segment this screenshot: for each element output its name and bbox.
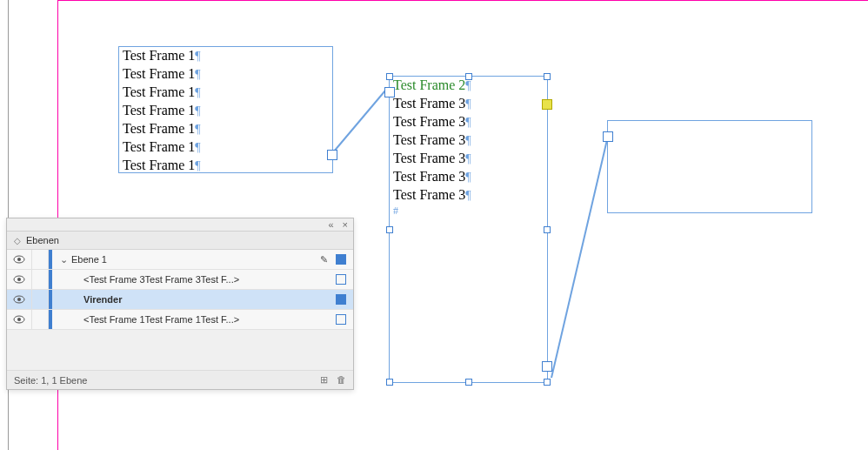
pilcrow-icon: ¶: [465, 152, 471, 165]
frame1-line: Test Frame 1¶: [119, 138, 332, 157]
layer-item-name[interactable]: <Test Frame 3Test Frame 3Test F...>: [83, 274, 336, 285]
selection-handle[interactable]: [544, 226, 551, 233]
selection-handle[interactable]: [386, 73, 393, 80]
end-of-story-icon: #: [390, 205, 547, 218]
panel-footer-status: Seite: 1, 1 Ebene: [14, 375, 87, 386]
panel-header-bar[interactable]: « ×: [7, 218, 353, 232]
pilcrow-icon: ¶: [195, 86, 200, 99]
layer-color-swatch: [49, 270, 52, 289]
in-port-icon[interactable]: [603, 131, 613, 142]
panel-title: Ebenen: [26, 235, 59, 245]
panel-updown-icon[interactable]: ◇: [14, 236, 21, 245]
frame2-line: Test Frame 3¶: [390, 113, 547, 131]
panel-empty-area: [7, 330, 353, 371]
lock-toggle[interactable]: [32, 310, 49, 329]
layer-item-name[interactable]: <Test Frame 1Test Frame 1Test F...>: [83, 314, 336, 325]
disclosure-down-icon[interactable]: ⌄: [59, 254, 68, 265]
layer-name[interactable]: Ebene 1: [71, 254, 318, 265]
layer-color-swatch: [49, 250, 52, 269]
layer-item-row[interactable]: <Test Frame 1Test Frame 1Test F...>: [7, 310, 353, 330]
layer-row-ebene-1[interactable]: ⌄ Ebene 1 ✎: [7, 250, 353, 270]
frame1-line: Test Frame 1¶: [119, 102, 332, 120]
lock-toggle[interactable]: [32, 270, 49, 289]
lock-toggle[interactable]: [32, 250, 49, 269]
pilcrow-icon: ¶: [465, 171, 471, 184]
frame1-line: Test Frame 1¶: [119, 65, 332, 84]
out-port-overset-icon[interactable]: [542, 99, 552, 110]
frame1-line: Test Frame 1¶: [119, 84, 332, 102]
pilcrow-icon: ¶: [465, 189, 471, 202]
selection-handle[interactable]: [544, 379, 551, 386]
selection-handle[interactable]: [544, 73, 551, 80]
pilcrow-icon: ¶: [195, 68, 200, 81]
pilcrow-icon: ¶: [195, 159, 200, 172]
svg-point-3: [17, 258, 21, 261]
collapse-icon[interactable]: «: [328, 219, 333, 230]
layer-item-name[interactable]: Virender: [83, 294, 336, 305]
svg-point-7: [17, 298, 21, 301]
layers-panel[interactable]: « × ◇ Ebenen ⌄ Ebene 1 ✎ <Test Frame 3Te…: [6, 218, 354, 390]
frame2-line: Test Frame 3¶: [390, 186, 547, 205]
layer-color-swatch: [49, 290, 52, 309]
visibility-toggle[interactable]: [7, 310, 32, 329]
layer-item-row-selected[interactable]: Virender: [7, 290, 353, 310]
text-frame-3[interactable]: [607, 120, 812, 213]
frame1-line: Test Frame 1¶: [119, 120, 332, 138]
panel-tab-ebenen[interactable]: ◇ Ebenen: [7, 232, 353, 250]
layer-item-row[interactable]: <Test Frame 3Test Frame 3Test F...>: [7, 270, 353, 290]
visibility-toggle[interactable]: [7, 270, 32, 289]
close-icon[interactable]: ×: [343, 219, 348, 230]
new-layer-button[interactable]: ⊞: [320, 374, 328, 386]
selection-handle[interactable]: [386, 226, 393, 233]
pen-target-icon[interactable]: ✎: [318, 254, 329, 265]
svg-point-5: [17, 278, 21, 281]
text-frame-1[interactable]: Test Frame 1¶ Test Frame 1¶ Test Frame 1…: [118, 46, 333, 173]
selection-proxy-icon[interactable]: [336, 254, 346, 265]
frame2-line: Test Frame 3¶: [390, 131, 547, 150]
layer-color-swatch: [49, 310, 52, 329]
pilcrow-icon: ¶: [195, 50, 200, 63]
visibility-toggle[interactable]: [7, 250, 32, 269]
out-port-icon[interactable]: [327, 150, 337, 160]
pilcrow-icon: ¶: [465, 116, 471, 129]
selection-proxy-icon[interactable]: [336, 314, 346, 325]
selection-handle[interactable]: [465, 73, 472, 80]
pilcrow-icon: ¶: [465, 79, 471, 92]
lock-toggle[interactable]: [32, 290, 49, 309]
selection-proxy-icon[interactable]: [336, 294, 346, 305]
pilcrow-icon: ¶: [195, 141, 200, 154]
pilcrow-icon: ¶: [195, 123, 200, 136]
visibility-toggle[interactable]: [7, 290, 32, 309]
svg-point-9: [17, 318, 21, 321]
panel-footer: Seite: 1, 1 Ebene ⊞ 🗑: [7, 371, 353, 389]
frame2-line: Test Frame 3¶: [390, 95, 547, 113]
frame2-line: Test Frame 3¶: [390, 150, 547, 168]
frame1-line: Test Frame 1¶: [119, 157, 332, 175]
delete-layer-button[interactable]: 🗑: [337, 374, 346, 386]
frame1-line: Test Frame 1¶: [119, 47, 332, 65]
in-port-icon[interactable]: [384, 87, 395, 97]
text-frame-2-selected[interactable]: Test Frame 2¶ Test Frame 3¶ Test Frame 3…: [389, 76, 548, 383]
pilcrow-icon: ¶: [465, 97, 471, 111]
selection-handle[interactable]: [465, 379, 472, 386]
out-port-icon[interactable]: [542, 361, 552, 372]
pilcrow-icon: ¶: [465, 134, 471, 147]
frame2-line: Test Frame 3¶: [390, 168, 547, 186]
selection-handle[interactable]: [386, 379, 393, 386]
pilcrow-icon: ¶: [195, 104, 200, 118]
selection-proxy-icon[interactable]: [336, 274, 346, 285]
